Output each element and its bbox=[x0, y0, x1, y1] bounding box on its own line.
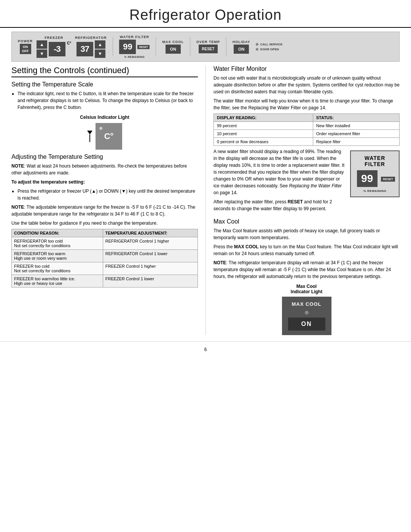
cp-refrigerator-section: REFRIGERATOR 37 ▲ ▼ bbox=[75, 36, 107, 58]
wf-row-status-1: Order replacement filter bbox=[313, 130, 399, 138]
over-temp-reset-button[interactable]: RESET bbox=[199, 45, 217, 53]
wf-body3-end: on page 14. bbox=[213, 190, 237, 195]
table-row-adjustment-1: REFRIGERATOR Control 1 lower bbox=[103, 250, 198, 262]
wf-panel-display: 99 bbox=[357, 170, 378, 187]
wf-body4: After replacing the water filter, press … bbox=[213, 198, 400, 212]
on-off-button[interactable]: ONOFF bbox=[20, 44, 31, 54]
max-cool-title: Max Cool bbox=[213, 218, 400, 225]
wf-body3-italic: Replacing the Water Filter bbox=[289, 183, 342, 189]
main-content: Setting the Controls (continued) Setting… bbox=[0, 66, 411, 335]
wf-body3-text: A new water filter should display a read… bbox=[213, 149, 344, 189]
door-open-row: DOOR OPEN bbox=[256, 48, 283, 51]
wf-row-reading-2: 0 percent or flow decreases bbox=[214, 138, 313, 146]
table-row: REFRIGERATOR too warm High use or room v… bbox=[12, 250, 198, 262]
call-service-row: CALL SERVICE bbox=[256, 43, 283, 46]
separator-3 bbox=[190, 37, 190, 56]
max-cool-note-bold: NOTE bbox=[213, 260, 226, 265]
refrigerator-down-button[interactable]: ▼ bbox=[95, 50, 105, 58]
table-row-condition-3: FREEZER too warm/too little ice. High us… bbox=[12, 275, 103, 288]
max-cool-indicator-dot bbox=[305, 311, 309, 315]
holiday-on-button[interactable]: ON bbox=[234, 45, 249, 54]
max-cool-panel: MAX COOL ON bbox=[282, 297, 331, 335]
cp-power-section: POWER ONOFF bbox=[18, 39, 33, 54]
page-title-bar: Refrigerator Operation bbox=[0, 0, 411, 28]
adj-temp-bullets: Press the refrigerator or freezer UP (▲)… bbox=[11, 188, 198, 201]
wf-body1: Do not use with water that is microbiolo… bbox=[213, 75, 400, 95]
adj-temp-note1-bold: NOTE bbox=[11, 163, 24, 169]
wf-table-row: 99 percentNew filter installed bbox=[214, 122, 400, 130]
max-cool-note-text: : The refrigerator temperature display w… bbox=[213, 260, 391, 279]
call-service-dot bbox=[256, 43, 258, 46]
table-row-adjustment-2: FREEZER Control 1 higher bbox=[103, 262, 198, 275]
wf-body2-text: The water filter monitor will help you k… bbox=[213, 98, 393, 110]
water-filter-label: WATER FILTER bbox=[120, 35, 149, 39]
call-service-section: CALL SERVICE DOOR OPEN bbox=[256, 43, 283, 51]
table-row-condition-2: FREEZER too cold Not set correctly for c… bbox=[12, 262, 103, 275]
separator-1 bbox=[113, 37, 113, 56]
celsius-dot bbox=[99, 127, 102, 130]
adj-temp-note1: NOTE: Wait at least 24 hours between adj… bbox=[11, 163, 198, 176]
wf-row-status-0: New filter installed bbox=[313, 122, 399, 130]
cp-freezer-section: FREEZER ▲ ▼ -3 C° bbox=[37, 36, 71, 58]
max-cool-note: NOTE: The refrigerator temperature displ… bbox=[213, 259, 400, 280]
adj-temp-note2-text: : The adjustable temperature range for t… bbox=[11, 204, 195, 217]
water-filter-panel: WATER FILTER 99 RESET % REMAINING bbox=[350, 150, 400, 197]
table-row-adjustment-3: FREEZER Control 1 lower bbox=[103, 275, 198, 288]
wf-row-status-2: Replace filter bbox=[313, 138, 399, 146]
max-cool-on-button[interactable]: ON bbox=[166, 45, 181, 54]
temp-scale-body: The indicator light, next to the C butto… bbox=[18, 90, 198, 111]
table-row: FREEZER too warm/too little ice. High us… bbox=[12, 275, 198, 288]
door-open-dot bbox=[256, 48, 258, 51]
over-temp-label: OVER TEMP bbox=[196, 40, 220, 44]
cp-over-temp-section: OVER TEMP RESET bbox=[196, 40, 220, 53]
page-title: Refrigerator Operation bbox=[0, 7, 411, 23]
water-filter-display: 99 bbox=[119, 40, 136, 54]
wf-title: Water Filter Monitor bbox=[213, 66, 400, 72]
table-row: REFRIGERATOR too cold Not set correctly … bbox=[12, 237, 198, 250]
wf-body2: The water filter monitor will help you k… bbox=[213, 97, 400, 111]
wf-row-reading-1: 10 percent bbox=[214, 130, 313, 138]
freezer-up-button[interactable]: ▲ bbox=[37, 40, 47, 49]
max-cool-panel-title: MAX COOL bbox=[288, 301, 325, 307]
temperature-table: CONDITION/ REASON: TEMPERATURE ADJUSTMEN… bbox=[11, 229, 198, 288]
celsius-indicator-box: C° bbox=[96, 123, 122, 150]
wf-col1-header: DISPLAY READING: bbox=[214, 114, 313, 122]
adj-temp-note2-bold: NOTE bbox=[11, 204, 24, 210]
call-service-label: CALL SERVICE bbox=[260, 43, 282, 46]
page-number: 6 bbox=[0, 341, 411, 358]
cp-water-filter-section: WATER FILTER 99 RESET % REMAINING bbox=[119, 35, 150, 58]
wf-table-row: 10 percentOrder replacement filter bbox=[214, 130, 400, 138]
control-panel: POWER ONOFF FREEZER ▲ ▼ -3 C° REFRIGERAT… bbox=[11, 32, 400, 62]
table-row-condition-1: REFRIGERATOR too warm High use or room v… bbox=[12, 250, 103, 262]
wf-table: DISPLAY READING: STATUS: 99 percentNew f… bbox=[213, 113, 400, 146]
separator-2 bbox=[156, 37, 156, 56]
celsius-light-label: Celsius Indicator Light bbox=[11, 115, 198, 120]
max-cool-body2: Press the MAX COOL key to turn on the Ma… bbox=[213, 243, 400, 257]
adj-temp-bullet1: Press the refrigerator or freezer UP (▲)… bbox=[18, 188, 198, 201]
celsius-box-container: C° bbox=[11, 123, 198, 150]
wf-panel-reset-button[interactable]: RESET bbox=[381, 177, 395, 182]
wf-description-block: WATER FILTER 99 RESET % REMAINING A new … bbox=[213, 148, 400, 214]
table-col1-header: CONDITION/ REASON: bbox=[12, 229, 103, 237]
table-row-condition-0: REFRIGERATOR too cold Not set correctly … bbox=[12, 237, 103, 250]
celsius-symbol-display: C° bbox=[104, 131, 114, 141]
separator-4 bbox=[226, 37, 226, 56]
refrigerator-display: 37 bbox=[76, 42, 93, 56]
max-cool-label: MAX COOL bbox=[162, 40, 184, 44]
right-column: Water Filter Monitor Do not use with wat… bbox=[206, 66, 400, 335]
adj-temp-title: Adjusting the Temperature Setting bbox=[11, 153, 198, 160]
left-column: Setting the Controls (continued) Setting… bbox=[11, 66, 206, 335]
cp-holiday-section: HOLIDAY ON bbox=[233, 40, 250, 54]
max-cool-indicator-label: Max CoolIndicator Light bbox=[213, 284, 400, 294]
wf-reset-bold: RESET bbox=[288, 199, 303, 204]
freezer-label: FREEZER bbox=[45, 36, 63, 40]
temp-scale-title: Setting the Temperature Scale bbox=[11, 81, 198, 88]
freezer-down-button[interactable]: ▼ bbox=[37, 50, 47, 58]
refrigerator-up-button[interactable]: ▲ bbox=[95, 40, 105, 49]
adj-temp-sub-label: To adjust the temperature setting: bbox=[11, 179, 198, 185]
wf-panel-remaining: % REMAINING bbox=[355, 189, 395, 193]
holiday-label: HOLIDAY bbox=[233, 40, 250, 44]
power-label: POWER bbox=[18, 39, 33, 43]
door-open-label: DOOR OPEN bbox=[260, 48, 279, 51]
water-filter-reset-button[interactable]: RESET bbox=[137, 45, 150, 49]
